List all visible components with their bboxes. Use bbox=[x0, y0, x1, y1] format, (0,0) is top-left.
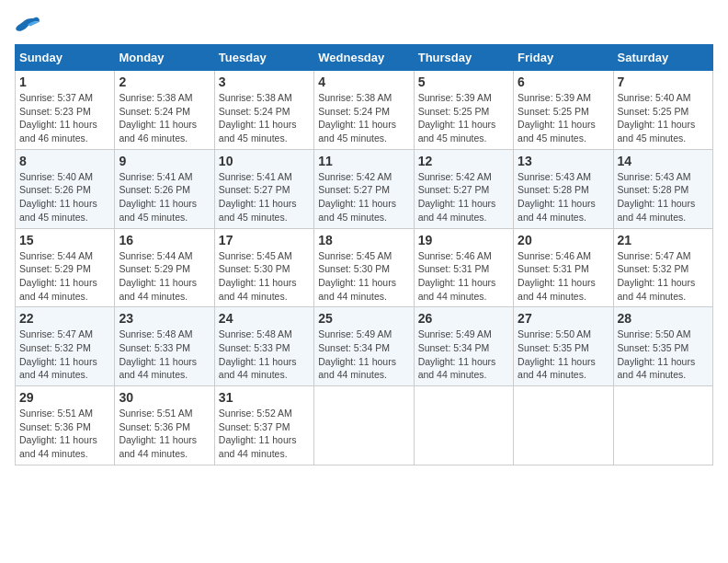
day-info: Sunrise: 5:43 AMSunset: 5:28 PMDaylight:… bbox=[518, 170, 609, 224]
calendar-cell: 15 Sunrise: 5:44 AMSunset: 5:29 PMDaylig… bbox=[16, 228, 115, 307]
calendar-cell: 13 Sunrise: 5:43 AMSunset: 5:28 PMDaylig… bbox=[514, 149, 613, 228]
day-number: 17 bbox=[219, 233, 310, 247]
day-number: 6 bbox=[518, 75, 609, 89]
calendar-cell: 3 Sunrise: 5:38 AMSunset: 5:24 PMDayligh… bbox=[214, 71, 313, 150]
day-number: 20 bbox=[518, 233, 609, 247]
calendar-table: SundayMondayTuesdayWednesdayThursdayFrid… bbox=[15, 44, 713, 465]
day-info: Sunrise: 5:43 AMSunset: 5:28 PMDaylight:… bbox=[618, 170, 709, 224]
day-info: Sunrise: 5:39 AMSunset: 5:25 PMDaylight:… bbox=[518, 91, 609, 145]
calendar-week-row: 22 Sunrise: 5:47 AMSunset: 5:32 PMDaylig… bbox=[16, 307, 713, 386]
day-number: 8 bbox=[19, 154, 110, 168]
day-info: Sunrise: 5:45 AMSunset: 5:30 PMDaylight:… bbox=[318, 249, 409, 304]
day-number: 19 bbox=[418, 233, 509, 247]
day-number: 9 bbox=[119, 154, 210, 168]
header-tuesday: Tuesday bbox=[214, 45, 313, 71]
day-info: Sunrise: 5:51 AMSunset: 5:36 PMDaylight:… bbox=[19, 407, 110, 461]
header-wednesday: Wednesday bbox=[314, 45, 414, 71]
day-info: Sunrise: 5:42 AMSunset: 5:27 PMDaylight:… bbox=[318, 170, 409, 224]
calendar-cell: 26 Sunrise: 5:49 AMSunset: 5:34 PMDaylig… bbox=[414, 307, 513, 386]
day-number: 30 bbox=[119, 390, 210, 405]
day-number: 13 bbox=[518, 154, 609, 168]
calendar-cell: 18 Sunrise: 5:45 AMSunset: 5:30 PMDaylig… bbox=[314, 228, 414, 307]
day-number: 31 bbox=[219, 390, 310, 405]
header-thursday: Thursday bbox=[414, 45, 513, 71]
day-info: Sunrise: 5:38 AMSunset: 5:24 PMDaylight:… bbox=[219, 91, 310, 145]
day-info: Sunrise: 5:50 AMSunset: 5:35 PMDaylight:… bbox=[518, 327, 609, 382]
day-info: Sunrise: 5:41 AMSunset: 5:27 PMDaylight:… bbox=[219, 170, 310, 224]
header-saturday: Saturday bbox=[613, 45, 712, 71]
calendar-header-row: SundayMondayTuesdayWednesdayThursdayFrid… bbox=[16, 45, 713, 71]
calendar-cell: 21 Sunrise: 5:47 AMSunset: 5:32 PMDaylig… bbox=[613, 228, 712, 307]
day-number: 25 bbox=[318, 311, 409, 326]
day-number: 2 bbox=[119, 75, 210, 89]
day-info: Sunrise: 5:39 AMSunset: 5:25 PMDaylight:… bbox=[418, 91, 509, 145]
day-info: Sunrise: 5:48 AMSunset: 5:33 PMDaylight:… bbox=[119, 327, 210, 382]
calendar-week-row: 8 Sunrise: 5:40 AMSunset: 5:26 PMDayligh… bbox=[16, 149, 713, 228]
day-info: Sunrise: 5:51 AMSunset: 5:36 PMDaylight:… bbox=[119, 407, 210, 461]
day-number: 22 bbox=[19, 311, 110, 326]
day-number: 11 bbox=[318, 154, 409, 168]
calendar-cell bbox=[514, 386, 613, 465]
day-info: Sunrise: 5:45 AMSunset: 5:30 PMDaylight:… bbox=[219, 249, 310, 304]
calendar-cell: 12 Sunrise: 5:42 AMSunset: 5:27 PMDaylig… bbox=[414, 149, 513, 228]
day-info: Sunrise: 5:46 AMSunset: 5:31 PMDaylight:… bbox=[518, 249, 609, 304]
day-info: Sunrise: 5:38 AMSunset: 5:24 PMDaylight:… bbox=[318, 91, 409, 145]
day-number: 5 bbox=[418, 75, 509, 89]
day-info: Sunrise: 5:50 AMSunset: 5:35 PMDaylight:… bbox=[618, 327, 709, 382]
day-info: Sunrise: 5:49 AMSunset: 5:34 PMDaylight:… bbox=[418, 327, 509, 382]
calendar-cell: 30 Sunrise: 5:51 AMSunset: 5:36 PMDaylig… bbox=[115, 386, 214, 465]
calendar-cell: 8 Sunrise: 5:40 AMSunset: 5:26 PMDayligh… bbox=[16, 149, 115, 228]
day-number: 27 bbox=[518, 311, 609, 326]
day-info: Sunrise: 5:52 AMSunset: 5:37 PMDaylight:… bbox=[219, 407, 310, 461]
day-number: 1 bbox=[19, 75, 110, 89]
day-number: 4 bbox=[318, 75, 409, 89]
calendar-cell: 27 Sunrise: 5:50 AMSunset: 5:35 PMDaylig… bbox=[514, 307, 613, 386]
day-number: 23 bbox=[119, 311, 210, 326]
day-number: 21 bbox=[618, 233, 709, 247]
header-sunday: Sunday bbox=[16, 45, 115, 71]
calendar-cell: 24 Sunrise: 5:48 AMSunset: 5:33 PMDaylig… bbox=[214, 307, 313, 386]
calendar-cell: 20 Sunrise: 5:46 AMSunset: 5:31 PMDaylig… bbox=[514, 228, 613, 307]
calendar-cell: 1 Sunrise: 5:37 AMSunset: 5:23 PMDayligh… bbox=[16, 71, 115, 150]
calendar-cell: 9 Sunrise: 5:41 AMSunset: 5:26 PMDayligh… bbox=[115, 149, 214, 228]
header-monday: Monday bbox=[115, 45, 214, 71]
day-info: Sunrise: 5:40 AMSunset: 5:26 PMDaylight:… bbox=[19, 170, 110, 224]
calendar-cell: 17 Sunrise: 5:45 AMSunset: 5:30 PMDaylig… bbox=[214, 228, 313, 307]
calendar-cell: 2 Sunrise: 5:38 AMSunset: 5:24 PMDayligh… bbox=[115, 71, 214, 150]
day-number: 12 bbox=[418, 154, 509, 168]
calendar-cell: 6 Sunrise: 5:39 AMSunset: 5:25 PMDayligh… bbox=[514, 71, 613, 150]
calendar-cell: 4 Sunrise: 5:38 AMSunset: 5:24 PMDayligh… bbox=[314, 71, 414, 150]
logo bbox=[15, 15, 44, 35]
calendar-cell: 11 Sunrise: 5:42 AMSunset: 5:27 PMDaylig… bbox=[314, 149, 414, 228]
calendar-cell: 28 Sunrise: 5:50 AMSunset: 5:35 PMDaylig… bbox=[613, 307, 712, 386]
day-info: Sunrise: 5:47 AMSunset: 5:32 PMDaylight:… bbox=[19, 327, 110, 382]
calendar-cell: 25 Sunrise: 5:49 AMSunset: 5:34 PMDaylig… bbox=[314, 307, 414, 386]
day-number: 14 bbox=[618, 154, 709, 168]
calendar-cell bbox=[613, 386, 712, 465]
calendar-cell bbox=[314, 386, 414, 465]
day-number: 10 bbox=[219, 154, 310, 168]
calendar-cell: 22 Sunrise: 5:47 AMSunset: 5:32 PMDaylig… bbox=[16, 307, 115, 386]
calendar-week-row: 15 Sunrise: 5:44 AMSunset: 5:29 PMDaylig… bbox=[16, 228, 713, 307]
calendar-cell: 19 Sunrise: 5:46 AMSunset: 5:31 PMDaylig… bbox=[414, 228, 513, 307]
day-info: Sunrise: 5:48 AMSunset: 5:33 PMDaylight:… bbox=[219, 327, 310, 382]
day-number: 18 bbox=[318, 233, 409, 247]
calendar-week-row: 1 Sunrise: 5:37 AMSunset: 5:23 PMDayligh… bbox=[16, 71, 713, 150]
day-number: 15 bbox=[19, 233, 110, 247]
day-info: Sunrise: 5:41 AMSunset: 5:26 PMDaylight:… bbox=[119, 170, 210, 224]
day-number: 24 bbox=[219, 311, 310, 326]
calendar-cell: 29 Sunrise: 5:51 AMSunset: 5:36 PMDaylig… bbox=[16, 386, 115, 465]
day-number: 28 bbox=[618, 311, 709, 326]
day-number: 29 bbox=[19, 390, 110, 405]
calendar-cell: 31 Sunrise: 5:52 AMSunset: 5:37 PMDaylig… bbox=[214, 386, 313, 465]
day-number: 7 bbox=[618, 75, 709, 89]
day-info: Sunrise: 5:40 AMSunset: 5:25 PMDaylight:… bbox=[618, 91, 709, 145]
calendar-cell: 14 Sunrise: 5:43 AMSunset: 5:28 PMDaylig… bbox=[613, 149, 712, 228]
day-number: 26 bbox=[418, 311, 509, 326]
day-info: Sunrise: 5:42 AMSunset: 5:27 PMDaylight:… bbox=[418, 170, 509, 224]
day-info: Sunrise: 5:49 AMSunset: 5:34 PMDaylight:… bbox=[318, 327, 409, 382]
logo-icon bbox=[15, 15, 40, 35]
day-info: Sunrise: 5:44 AMSunset: 5:29 PMDaylight:… bbox=[119, 249, 210, 304]
calendar-cell bbox=[414, 386, 513, 465]
page-header bbox=[15, 15, 713, 35]
